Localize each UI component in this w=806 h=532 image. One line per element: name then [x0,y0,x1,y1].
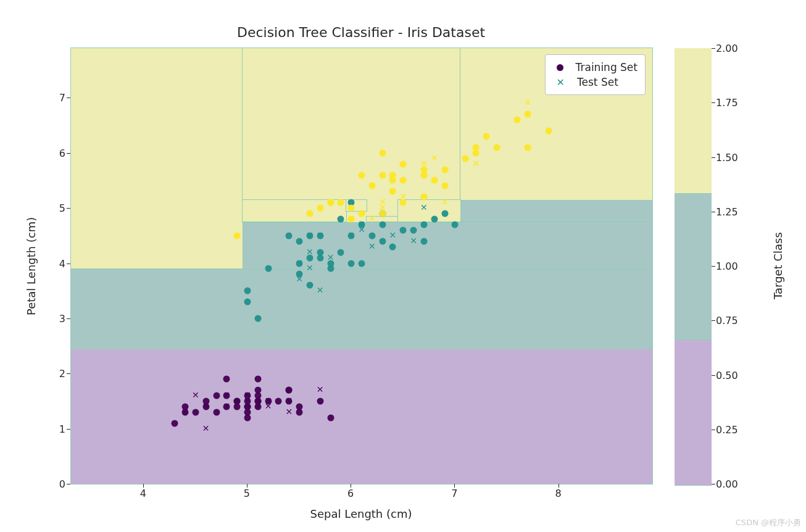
train-point [473,149,480,156]
x-tick-label: 6 [347,488,354,499]
y-tick-mark [67,429,70,430]
test-point: ✕ [181,409,189,416]
colorbar-tick-mark [712,157,715,158]
train-point [348,205,355,212]
train-point [275,397,282,404]
legend-item-train: Training Set [553,60,638,75]
plot-area: ✕✕✕✕✕✕✕✕✕✕✕✕✕✕✕✕✕✕✕✕✕✕✕✕✕✕✕✕✕✕✕✕✕✕✕✕✕✕✕✕… [70,48,652,484]
test-point: ✕ [285,409,293,416]
colorbar-segment [675,194,712,339]
circle-icon [557,64,563,71]
test-point: ✕ [202,425,210,433]
train-point [359,172,365,178]
test-point: ✕ [524,99,531,107]
decision-region-class2 [71,48,243,268]
test-point: ✕ [431,155,438,162]
y-tick-mark [67,208,70,209]
colorbar-tick-label: 1.00 [716,260,738,272]
colorbar-tick-label: 1.50 [716,151,738,163]
y-tick-label: 0 [47,478,65,490]
y-tick-label: 3 [47,312,65,324]
colorbar-segment [675,48,712,194]
decision-region-class1 [71,268,652,349]
train-point [493,144,500,151]
legend: Training Set✕Test Set [545,54,646,95]
train-point [410,227,417,233]
test-point: ✕ [306,265,314,272]
train-point [254,376,261,383]
y-tick-mark [67,153,70,154]
test-point: ✕ [244,397,251,405]
y-tick-label: 6 [47,147,65,159]
train-point [286,387,293,394]
colorbar-tick-mark [712,102,715,103]
train-point [338,199,344,206]
train-point [420,172,427,178]
legend-train-label: Training Set [576,61,638,73]
colorbar-tick-label: 0.25 [716,423,738,435]
train-point [172,420,178,426]
y-tick-label: 4 [47,257,65,269]
colorbar-tick-label: 2.00 [716,43,738,54]
colorbar [675,48,712,484]
train-point [213,409,220,415]
colorbar-tick-label: 0.00 [716,478,738,490]
test-point: ✕ [317,287,324,294]
decision-region-class1 [243,222,652,269]
train-point [192,409,199,415]
colorbar-tick-mark [712,484,715,484]
test-point: ✕ [317,386,324,394]
decision-region-class2 [398,200,460,222]
train-point [317,205,323,212]
colorbar-tick-mark [712,212,715,212]
train-point [265,265,272,272]
train-point [327,265,334,272]
train-point [462,155,469,162]
colorbar-tick-mark [712,266,715,267]
test-point: ✕ [347,215,355,223]
x-tick-label: 7 [451,488,457,499]
test-point: ✕ [379,199,386,206]
y-tick-label: 2 [47,368,65,380]
train-point [306,282,313,289]
train-point [223,376,230,383]
train-point [317,397,323,404]
test-point: ✕ [389,232,396,239]
chart-title: Decision Tree Classifier - Iris Dataset [70,25,652,40]
y-tick-mark [67,373,70,374]
colorbar-tick-mark [712,320,715,321]
train-point [338,216,344,223]
colorbar-tick-label: 0.50 [716,369,738,381]
train-point [441,210,448,217]
train-point [327,414,334,421]
train-point [234,232,241,239]
test-point: ✕ [399,193,407,201]
test-point: ✕ [306,232,314,239]
train-point [400,177,407,184]
train-point [359,260,365,267]
train-point [545,128,552,135]
train-point [338,249,344,256]
train-point [286,232,293,239]
test-point: ✕ [202,403,210,410]
test-point: ✕ [472,160,480,168]
train-point [525,144,531,151]
x-icon: ✕ [557,79,565,86]
test-point: ✕ [327,254,334,262]
train-point [389,243,396,250]
train-point [379,149,386,156]
train-point [431,216,438,223]
test-point: ✕ [254,403,262,410]
x-tick-label: 5 [244,488,250,499]
test-point: ✕ [223,392,230,399]
test-point: ✕ [389,188,396,195]
train-point [213,393,220,399]
test-point: ✕ [296,276,303,283]
y-tick-label: 1 [47,423,65,434]
decision-region-class2 [243,48,460,222]
train-point [254,315,261,322]
train-point [368,232,375,239]
train-point [244,299,251,305]
test-point: ✕ [441,199,449,206]
colorbar-tick-mark [712,430,715,430]
